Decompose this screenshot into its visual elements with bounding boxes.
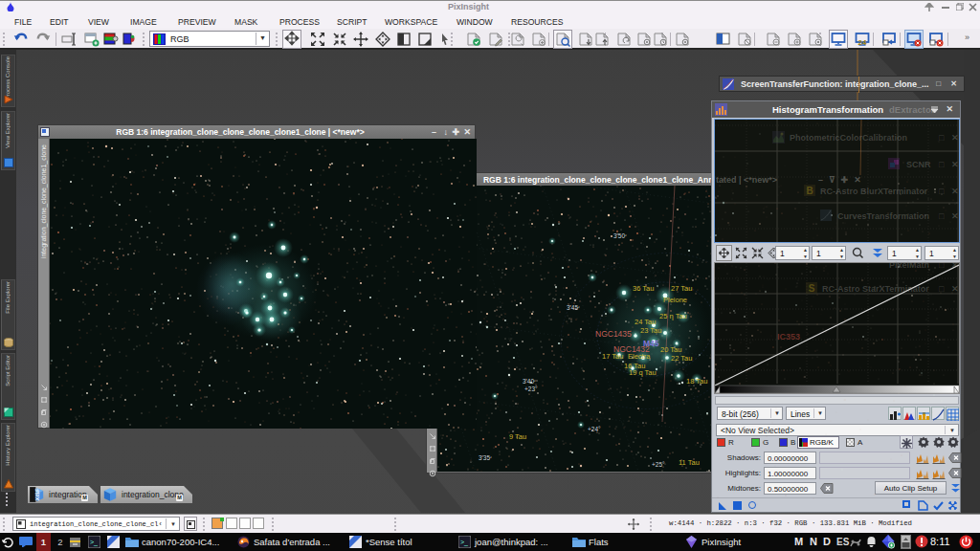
svg-text:>_: >_ xyxy=(460,539,468,546)
svg-text:XISF: XISF xyxy=(34,488,40,500)
svg-text:>_: >_ xyxy=(90,539,98,546)
svg-text:24: 24 xyxy=(858,38,867,47)
